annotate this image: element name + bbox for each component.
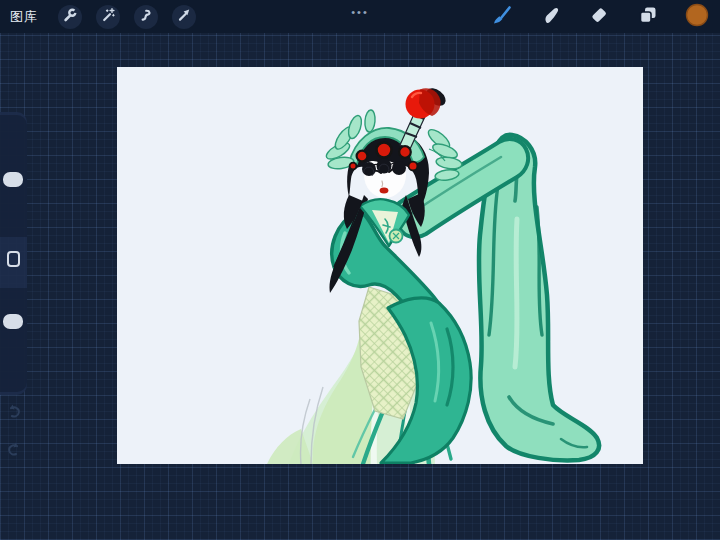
redo-button[interactable] — [5, 441, 23, 463]
wrench-icon — [62, 7, 78, 27]
artwork-opera-figure — [117, 67, 643, 464]
color-swatch-button[interactable] — [686, 6, 708, 28]
opacity-slider[interactable] — [0, 288, 27, 392]
smudge-tool-button[interactable] — [539, 6, 561, 28]
smudge-finger-icon — [539, 4, 561, 30]
eraser-icon — [588, 4, 610, 30]
toolbar-left-group: 图库 — [0, 5, 196, 29]
adjustments-button[interactable] — [96, 5, 120, 29]
magic-wand-icon — [100, 7, 116, 27]
actions-button[interactable] — [58, 5, 82, 29]
undo-button[interactable] — [5, 403, 23, 425]
color-swatch — [685, 3, 709, 31]
brush-size-handle[interactable] — [3, 172, 23, 187]
opacity-handle[interactable] — [3, 314, 23, 329]
canvas-options-handle[interactable]: ••• — [351, 6, 369, 18]
drawing-canvas[interactable] — [117, 67, 643, 464]
undo-arrow-icon — [5, 403, 23, 421]
history-buttons — [0, 403, 27, 463]
paintbrush-icon — [490, 4, 512, 30]
gallery-button[interactable]: 图库 — [10, 8, 38, 26]
selection-s-icon — [138, 7, 154, 27]
modify-button[interactable] — [7, 251, 20, 267]
toolbar-right-group — [490, 0, 720, 33]
erase-tool-button[interactable] — [588, 6, 610, 28]
transform-arrow-icon — [176, 7, 192, 27]
layers-icon — [637, 4, 659, 30]
paint-tool-button[interactable] — [490, 6, 512, 28]
top-toolbar: 图库 — [0, 0, 720, 33]
transform-button[interactable] — [172, 5, 196, 29]
selection-button[interactable] — [134, 5, 158, 29]
sidebar-sliders — [0, 112, 27, 395]
redo-arrow-icon — [5, 441, 23, 459]
layers-button[interactable] — [637, 6, 659, 28]
brush-size-slider[interactable] — [0, 115, 27, 237]
